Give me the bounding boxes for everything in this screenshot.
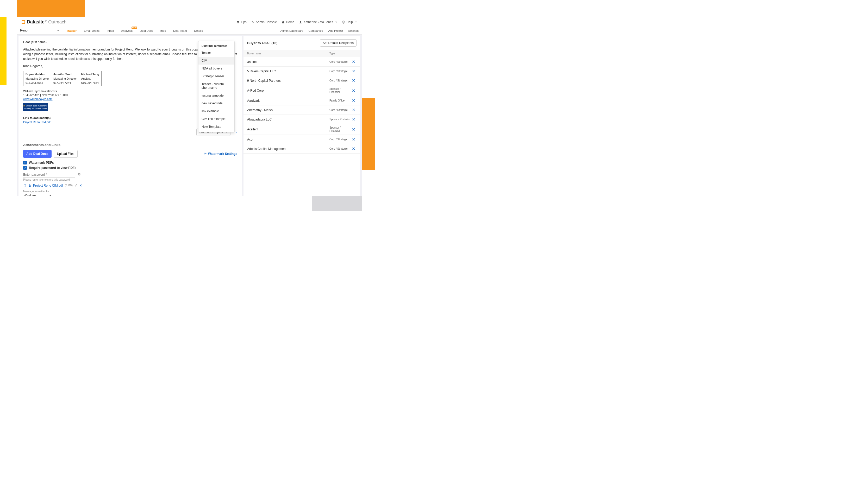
brand: Datasite ® Outreach xyxy=(22,19,66,25)
remove-buyer-button[interactable]: ✕ xyxy=(350,69,356,74)
companies-link[interactable]: Companies xyxy=(309,29,323,32)
tab-deal-docs[interactable]: Deal Docs xyxy=(136,27,157,34)
tab-analytics[interactable]: Analytics NEW xyxy=(118,27,136,34)
watermark-pdfs-checkbox[interactable]: ✓ Watermark PDFs xyxy=(23,161,237,164)
template-item[interactable]: NDA all buyers xyxy=(198,65,235,72)
remove-buyer-button[interactable]: ✕ xyxy=(350,107,356,112)
remove-buyer-button[interactable]: ✕ xyxy=(350,88,356,93)
tab-bids[interactable]: Bids xyxy=(157,27,169,34)
file-size: (5 MB) xyxy=(65,184,73,187)
settings-link[interactable]: Settings xyxy=(348,29,359,32)
template-item[interactable]: Teaser - custom short name xyxy=(198,80,235,92)
buyer-row: Adonis Capital ManagementCorp / Strategi… xyxy=(244,144,360,154)
sig-cell: Michael Tang Analyst 610.094.7654 xyxy=(79,71,101,86)
file-name[interactable]: Project Reno CIM.pdf xyxy=(33,184,63,187)
project-name: Reno xyxy=(20,29,28,32)
attach-title: Attachments and Links xyxy=(23,143,237,147)
set-default-recipients-button[interactable]: Set Default Recipients xyxy=(320,39,356,46)
template-item[interactable]: Strategic Teaser xyxy=(198,72,235,80)
tab-email-drafts[interactable]: Email Drafts xyxy=(80,27,103,34)
project-select[interactable]: Reno xyxy=(19,28,60,33)
buyer-list: 3M Inc.Corp / Strategic✕5 Rivers Capital… xyxy=(244,57,360,154)
svg-text:?: ? xyxy=(343,21,344,23)
remove-buyer-button[interactable]: ✕ xyxy=(350,59,356,64)
checkbox-checked-icon: ✓ xyxy=(23,166,27,170)
brand-reg: ® xyxy=(45,20,47,22)
remove-buyer-button[interactable]: ✕ xyxy=(350,98,356,103)
buyer-name: Aardvark xyxy=(247,99,330,102)
brand-icon xyxy=(22,20,25,24)
template-item[interactable]: CIM xyxy=(198,57,235,65)
template-item[interactable]: link example xyxy=(198,107,235,115)
sig-title: Analyst xyxy=(81,76,99,81)
admin-dashboard-link[interactable]: Admin Dashboard xyxy=(280,29,303,32)
sig-url[interactable]: www.williamhayes.com xyxy=(23,97,52,100)
template-item[interactable]: testing template xyxy=(198,92,235,99)
tab-label: Email Drafts xyxy=(84,29,99,32)
logo-text-1: WilliamHayes Investments xyxy=(26,105,48,107)
tab-details[interactable]: Details xyxy=(191,27,207,34)
sig-title: Managing Director xyxy=(26,76,49,81)
subnav-right: Admin Dashboard Companies Add Project Se… xyxy=(280,29,359,32)
template-item[interactable]: new saved nda xyxy=(198,99,235,107)
msg-format-select[interactable]: Windows xyxy=(23,193,52,196)
svg-rect-6 xyxy=(29,185,31,187)
email-editor: Dear {first name}, Attached please find … xyxy=(19,36,242,127)
tab-inbox[interactable]: Inbox xyxy=(103,27,118,34)
file-icon xyxy=(23,184,26,187)
template-item[interactable]: New Template xyxy=(198,123,235,131)
template-item[interactable]: CIM link example xyxy=(198,115,235,123)
home-link[interactable]: Home xyxy=(281,20,294,24)
password-input[interactable] xyxy=(23,172,75,178)
header-bar: Datasite ® Outreach Tips Admin Console xyxy=(17,17,362,27)
side-title: Buyer to email (10) xyxy=(247,41,277,45)
watermark-pdfs-label: Watermark PDFs xyxy=(29,161,54,164)
buyer-type: Corp / Strategic xyxy=(330,108,350,112)
remove-buyer-button[interactable]: ✕ xyxy=(350,146,356,151)
watermark-settings-link[interactable]: Watermark Settings xyxy=(204,152,237,156)
buyer-row: 5 Rivers Capital LLCCorp / Strategic✕ xyxy=(244,67,360,76)
buyer-name: Abernathy - Marks xyxy=(247,108,330,112)
chevron-down-icon[interactable] xyxy=(235,132,237,133)
tips-label: Tips xyxy=(241,20,247,24)
upload-files-button[interactable]: Upload Files xyxy=(54,150,78,158)
main-column: Dear {first name}, Attached please find … xyxy=(19,36,242,196)
dd-items: TeaserCIMNDA all buyersStrategic TeaserT… xyxy=(198,49,235,131)
sig-name: Jennifer Smith xyxy=(53,72,77,76)
remove-buyer-button[interactable]: ✕ xyxy=(350,137,356,142)
chevron-down-icon xyxy=(49,195,51,196)
buyer-type: Sponsor / Financial xyxy=(330,126,350,132)
user-label: Katherine Zeta Jones xyxy=(303,20,333,24)
add-deal-docs-button[interactable]: Add Deal Docs xyxy=(23,150,52,158)
buyer-type: Corp / Strategic xyxy=(330,147,350,151)
col-buyer-name: Buyer name xyxy=(247,52,330,55)
template-dropdown: Existing Templates TeaserCIMNDA all buye… xyxy=(198,41,235,132)
template-item[interactable]: Teaser xyxy=(198,49,235,57)
require-password-checkbox[interactable]: ✓ Require password to view PDFs xyxy=(23,166,237,170)
remove-buyer-button[interactable]: ✕ xyxy=(350,117,356,122)
buyer-panel: Buyer to email (10) Set Default Recipien… xyxy=(244,36,360,196)
tips-link[interactable]: Tips xyxy=(237,20,247,24)
user-menu[interactable]: Katherine Zeta Jones xyxy=(299,20,337,24)
tab-deal-team[interactable]: Deal Team xyxy=(169,27,190,34)
admin-console-link[interactable]: Admin Console xyxy=(251,20,277,24)
home-label: Home xyxy=(286,20,294,24)
add-project-link[interactable]: Add Project xyxy=(328,29,343,32)
svg-point-0 xyxy=(300,21,301,22)
link-icon[interactable] xyxy=(74,184,78,187)
tab-label: Tracker xyxy=(66,29,76,32)
tab-tracker[interactable]: Tracker xyxy=(63,27,80,34)
subnav-left: Reno Tracker Email Drafts Inbox Analytic… xyxy=(19,27,207,34)
svg-point-3 xyxy=(205,153,206,154)
remove-buyer-button[interactable]: ✕ xyxy=(350,127,356,132)
tab-label: Analytics xyxy=(121,29,132,32)
remove-file-button[interactable]: ✕ xyxy=(80,184,82,187)
buyer-name: Acorn xyxy=(247,138,330,141)
copy-icon[interactable] xyxy=(78,173,82,176)
msg-format-label: Message formatted for xyxy=(23,190,237,193)
remove-buyer-button[interactable]: ✕ xyxy=(350,78,356,83)
help-menu[interactable]: ? Help xyxy=(342,20,357,24)
help-icon: ? xyxy=(342,21,345,24)
user-icon xyxy=(299,21,302,24)
subnav: Reno Tracker Email Drafts Inbox Analytic… xyxy=(17,27,362,35)
